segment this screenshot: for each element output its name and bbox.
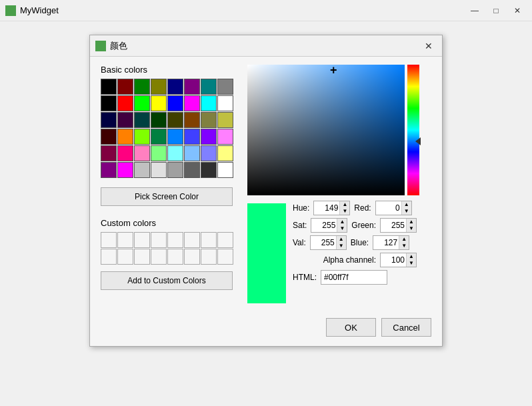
- blue-spin-up[interactable]: ▲: [399, 236, 409, 243]
- sat-input[interactable]: [311, 219, 337, 232]
- basic-color-swatch[interactable]: [101, 162, 117, 178]
- hue-spin-down[interactable]: ▼: [340, 208, 349, 215]
- green-spin-down[interactable]: ▼: [407, 225, 416, 232]
- basic-color-swatch[interactable]: [201, 112, 217, 128]
- alpha-input[interactable]: [381, 253, 406, 267]
- app-close-button[interactable]: ✕: [508, 4, 527, 17]
- ok-button[interactable]: OK: [326, 318, 376, 337]
- custom-color-swatch[interactable]: [217, 232, 233, 248]
- custom-color-swatch[interactable]: [184, 232, 200, 248]
- basic-color-swatch[interactable]: [134, 129, 150, 145]
- basic-color-swatch[interactable]: [134, 95, 150, 111]
- basic-color-swatch[interactable]: [217, 129, 233, 145]
- sat-spin-down[interactable]: ▼: [337, 225, 347, 232]
- html-input[interactable]: [321, 270, 387, 285]
- basic-color-swatch[interactable]: [117, 79, 133, 95]
- custom-color-swatch[interactable]: [134, 232, 150, 248]
- basic-color-swatch[interactable]: [167, 162, 183, 178]
- basic-color-swatch[interactable]: [134, 79, 150, 95]
- basic-color-swatch[interactable]: [101, 129, 117, 145]
- basic-color-swatch[interactable]: [117, 112, 133, 128]
- alpha-spin-down[interactable]: ▼: [407, 260, 416, 267]
- basic-color-swatch[interactable]: [101, 112, 117, 128]
- basic-color-swatch[interactable]: [134, 145, 150, 161]
- add-custom-colors-button[interactable]: Add to Custom Colors: [101, 271, 233, 290]
- sat-spinbox[interactable]: ▲ ▼: [311, 218, 347, 233]
- basic-color-swatch[interactable]: [184, 145, 200, 161]
- hue-spinbox[interactable]: ▲ ▼: [313, 201, 350, 215]
- basic-color-swatch[interactable]: [167, 145, 183, 161]
- val-input[interactable]: [311, 236, 336, 249]
- custom-color-swatch[interactable]: [117, 249, 133, 265]
- basic-color-swatch[interactable]: [117, 162, 133, 178]
- gradient-box[interactable]: [247, 65, 405, 195]
- basic-color-swatch[interactable]: [201, 145, 217, 161]
- basic-color-swatch[interactable]: [167, 79, 183, 95]
- basic-color-swatch[interactable]: [167, 112, 183, 128]
- basic-color-swatch[interactable]: [151, 129, 167, 145]
- basic-color-swatch[interactable]: [184, 79, 200, 95]
- val-spin-up[interactable]: ▲: [337, 236, 346, 243]
- sat-spin-up[interactable]: ▲: [337, 219, 347, 225]
- dialog-close-button[interactable]: ✕: [421, 39, 437, 53]
- basic-color-swatch[interactable]: [101, 79, 117, 95]
- alpha-spin-up[interactable]: ▲: [407, 253, 416, 260]
- blue-input[interactable]: [373, 236, 399, 249]
- custom-color-swatch[interactable]: [201, 249, 217, 265]
- val-spinbox[interactable]: ▲ ▼: [310, 235, 347, 250]
- basic-color-swatch[interactable]: [151, 95, 167, 111]
- cancel-button[interactable]: Cancel: [381, 318, 431, 337]
- custom-color-swatch[interactable]: [167, 249, 183, 265]
- blue-spinbox[interactable]: ▲ ▼: [373, 235, 409, 250]
- custom-color-swatch[interactable]: [101, 249, 117, 265]
- basic-color-swatch[interactable]: [151, 79, 167, 95]
- red-spin-up[interactable]: ▲: [402, 201, 411, 208]
- basic-color-swatch[interactable]: [217, 95, 233, 111]
- red-spinbox[interactable]: ▲ ▼: [375, 201, 412, 215]
- green-input[interactable]: [381, 219, 406, 232]
- hue-bar[interactable]: [407, 65, 419, 195]
- green-spin-up[interactable]: ▲: [407, 219, 416, 225]
- basic-color-swatch[interactable]: [184, 129, 200, 145]
- basic-color-swatch[interactable]: [101, 145, 117, 161]
- basic-color-swatch[interactable]: [217, 162, 233, 178]
- basic-color-swatch[interactable]: [201, 162, 217, 178]
- basic-color-swatch[interactable]: [117, 129, 133, 145]
- basic-color-swatch[interactable]: [151, 162, 167, 178]
- basic-color-swatch[interactable]: [151, 145, 167, 161]
- blue-spin-down[interactable]: ▼: [399, 243, 409, 249]
- pick-screen-color-button[interactable]: Pick Screen Color: [101, 187, 233, 206]
- basic-color-swatch[interactable]: [134, 112, 150, 128]
- basic-color-swatch[interactable]: [151, 112, 167, 128]
- custom-color-swatch[interactable]: [217, 249, 233, 265]
- red-spin-down[interactable]: ▼: [402, 208, 411, 215]
- custom-color-swatch[interactable]: [201, 232, 217, 248]
- basic-color-swatch[interactable]: [184, 112, 200, 128]
- hue-spin-up[interactable]: ▲: [340, 201, 349, 208]
- custom-color-swatch[interactable]: [117, 232, 133, 248]
- custom-color-swatch[interactable]: [184, 249, 200, 265]
- alpha-spinbox[interactable]: ▲ ▼: [380, 253, 417, 267]
- basic-color-swatch[interactable]: [117, 95, 133, 111]
- red-input[interactable]: [376, 201, 401, 215]
- custom-color-swatch[interactable]: [134, 249, 150, 265]
- basic-color-swatch[interactable]: [201, 129, 217, 145]
- basic-color-swatch[interactable]: [217, 145, 233, 161]
- basic-color-swatch[interactable]: [217, 112, 233, 128]
- basic-color-swatch[interactable]: [217, 79, 233, 95]
- hue-input[interactable]: [314, 201, 339, 215]
- custom-color-swatch[interactable]: [101, 232, 117, 248]
- maximize-button[interactable]: □: [487, 4, 505, 17]
- basic-color-swatch[interactable]: [167, 129, 183, 145]
- basic-color-swatch[interactable]: [101, 95, 117, 111]
- basic-color-swatch[interactable]: [184, 95, 200, 111]
- custom-color-swatch[interactable]: [151, 232, 167, 248]
- minimize-button[interactable]: —: [465, 4, 484, 17]
- basic-color-swatch[interactable]: [201, 95, 217, 111]
- val-spin-down[interactable]: ▼: [337, 243, 346, 249]
- green-spinbox[interactable]: ▲ ▼: [380, 218, 417, 233]
- basic-color-swatch[interactable]: [167, 95, 183, 111]
- basic-color-swatch[interactable]: [117, 145, 133, 161]
- basic-color-swatch[interactable]: [201, 79, 217, 95]
- custom-color-swatch[interactable]: [167, 232, 183, 248]
